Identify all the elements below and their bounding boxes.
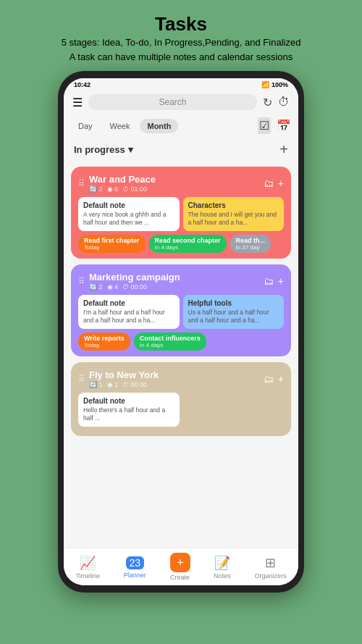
task-time-3: ⏱ 00:00: [122, 381, 147, 388]
search-box[interactable]: Search: [88, 94, 257, 110]
nav-notes[interactable]: 📝 Notes: [214, 555, 231, 580]
session-tag-read-third[interactable]: Read th... In 37 day: [230, 235, 272, 253]
task-title-group-1: ⠿ War and Peace 🔄 2 ◉ 6 ⏱ 01:00: [78, 174, 156, 193]
session-tag-read-first[interactable]: Read first chapter Today: [78, 235, 146, 253]
task-title-2: Marketing campaign: [89, 272, 180, 283]
task-folder-icon-1[interactable]: 🗂: [264, 177, 274, 189]
session-sub-contact: In 4 days: [140, 342, 201, 348]
nav-organizers[interactable]: ⊞ Organizers: [255, 555, 287, 580]
task-title-3: Fly to New York: [89, 369, 159, 380]
note-default-2[interactable]: Default note I'm a half hour and a half …: [78, 295, 180, 329]
task-notes-count-1: 🔄 2: [89, 185, 103, 193]
session-tag-contact[interactable]: Contact influencers In 4 days: [134, 333, 206, 351]
create-icon: ＋: [170, 553, 190, 572]
nav-organizers-label: Organizers: [255, 572, 287, 580]
note-default-3[interactable]: Default note Hello there's a half hour a…: [78, 393, 180, 427]
drag-handle-icon: ⠿: [78, 178, 85, 188]
nav-create[interactable]: ＋ Create: [170, 553, 190, 581]
note-grid-1: Default note A very nice book a ghhh and…: [78, 197, 284, 231]
tab-week[interactable]: Week: [103, 119, 138, 133]
dropdown-icon: ▾: [128, 144, 133, 155]
task-time-1: ⏱ 01:00: [122, 185, 147, 193]
note-title-default-2: Default note: [83, 299, 174, 307]
task-actions-1: 🗂 +: [264, 177, 284, 189]
filter-text: In progress: [74, 144, 125, 155]
session-tag-write-reports[interactable]: Write reports Today: [78, 333, 130, 351]
battery-text: 100%: [272, 81, 288, 88]
add-task-button[interactable]: +: [279, 141, 288, 158]
task-title-1: War and Peace: [89, 174, 156, 185]
note-body-characters-1: The house and I will get you and a half …: [188, 211, 279, 227]
task-card-marketing: ⠿ Marketing campaign 🔄 2 ◉ 4 ⏱ 00:00 🗂: [71, 264, 291, 356]
task-title-group-2: ⠿ Marketing campaign 🔄 2 ◉ 4 ⏱ 00:00: [78, 272, 180, 290]
calendar-tab-icon[interactable]: 📅: [277, 119, 291, 133]
note-grid-2: Default note I'm a half hour and a half …: [78, 295, 284, 329]
session-tags-1: Read first chapter Today Read second cha…: [78, 235, 284, 253]
nav-timeline-label: Timeline: [75, 572, 100, 580]
task-add-icon-2[interactable]: +: [278, 275, 284, 287]
session-label-contact: Contact influencers: [140, 335, 201, 342]
drag-handle-icon-3: ⠿: [78, 374, 85, 384]
refresh-icon[interactable]: ↻: [263, 96, 272, 109]
task-folder-icon-2[interactable]: 🗂: [264, 275, 274, 287]
note-characters-1[interactable]: Characters The house and I will get you …: [183, 197, 285, 231]
note-body-default-1: A very nice book a ghhh and a half hour …: [83, 211, 174, 227]
page-header: Tasks 5 stages: Idea, To-do, In Progress…: [47, 0, 316, 71]
tab-icons: ☑ 📅: [258, 117, 291, 134]
page-title: Tasks: [62, 13, 301, 35]
filter-bar: In progress ▾ +: [64, 137, 298, 162]
notes-icon: 📝: [214, 555, 230, 571]
nav-create-label: Create: [170, 574, 190, 581]
session-tag-read-second[interactable]: Read second chapter In 4 days: [149, 235, 227, 253]
session-label-write-reports: Write reports: [84, 335, 125, 342]
task-folder-icon-3[interactable]: 🗂: [264, 373, 274, 385]
page-subtitle-1: 5 stages: Idea, To-do, In Progress,Pendi…: [62, 35, 301, 50]
task-header-3: ⠿ Fly to New York 🔄 1 ◉ 2 ⏱ 00:00 🗂: [78, 369, 284, 388]
task-add-icon-3[interactable]: +: [278, 373, 284, 385]
task-actions-3: 🗂 +: [264, 373, 284, 385]
planner-cal-icon: 23: [126, 556, 145, 569]
note-title-default-1: Default note: [83, 201, 174, 209]
task-notes-count-2: 🔄 2: [89, 283, 103, 290]
task-meta-1: 🔄 2 ◉ 6 ⏱ 01:00: [89, 185, 156, 193]
note-title-helpful-2: Helpful tools: [188, 299, 279, 307]
task-add-icon-1[interactable]: +: [278, 177, 284, 189]
task-notes-count-3: 🔄 1: [89, 381, 103, 388]
note-helpful-2[interactable]: Helpful tools Us a half hour and a half …: [183, 295, 285, 329]
note-grid-3: Default note Hello there's a half hour a…: [78, 393, 284, 427]
nav-notes-label: Notes: [214, 572, 231, 580]
nav-planner[interactable]: 23 Planner: [124, 555, 146, 579]
task-actions-2: 🗂 +: [264, 275, 284, 287]
signal-icon: 📶: [261, 81, 269, 88]
note-title-default-3: Default note: [83, 397, 174, 405]
session-sub-read-third: In 37 day: [236, 244, 266, 251]
nav-tabs: Day Week Month ☑ 📅: [64, 114, 298, 137]
page-subtitle-2: A task can have multiple notes and calen…: [62, 50, 301, 64]
nav-timeline[interactable]: 📈 Timeline: [75, 555, 100, 580]
task-sessions-count-1: ◉ 6: [107, 185, 119, 193]
menu-icon[interactable]: ☰: [72, 96, 83, 109]
planner-icon: 23: [126, 555, 145, 570]
tab-day[interactable]: Day: [71, 119, 100, 133]
session-sub-read-second: In 4 days: [155, 244, 221, 251]
timer-icon[interactable]: ⏱: [278, 96, 290, 109]
nav-planner-label: Planner: [124, 572, 146, 579]
check-square-icon[interactable]: ☑: [258, 117, 271, 134]
note-default-1[interactable]: Default note A very nice book a ghhh and…: [78, 197, 180, 231]
drag-handle-icon-2: ⠿: [78, 276, 85, 286]
task-card-fly-newyork: ⠿ Fly to New York 🔄 1 ◉ 2 ⏱ 00:00 🗂: [71, 362, 291, 436]
task-header-2: ⠿ Marketing campaign 🔄 2 ◉ 4 ⏱ 00:00 🗂: [78, 272, 284, 290]
note-body-default-2: I'm a half hour and a half hour and a ha…: [83, 309, 174, 325]
organizers-icon: ⊞: [265, 555, 276, 571]
tab-month[interactable]: Month: [140, 119, 178, 133]
search-placeholder: Search: [159, 97, 186, 107]
filter-label[interactable]: In progress ▾: [74, 144, 133, 155]
session-sub-read-first: Today: [84, 244, 140, 251]
task-sessions-count-3: ◉ 2: [107, 381, 119, 388]
bottom-nav: 📈 Timeline 23 Planner ＋ Create 📝 Notes ⊞…: [64, 548, 298, 585]
task-card-war-and-peace: ⠿ War and Peace 🔄 2 ◉ 6 ⏱ 01:00 🗂: [71, 167, 291, 259]
timeline-icon: 📈: [80, 555, 96, 571]
session-label-read-third: Read th...: [236, 237, 266, 244]
task-time-2: ⏱ 00:00: [122, 283, 147, 290]
session-label-read-first: Read first chapter: [84, 237, 140, 244]
